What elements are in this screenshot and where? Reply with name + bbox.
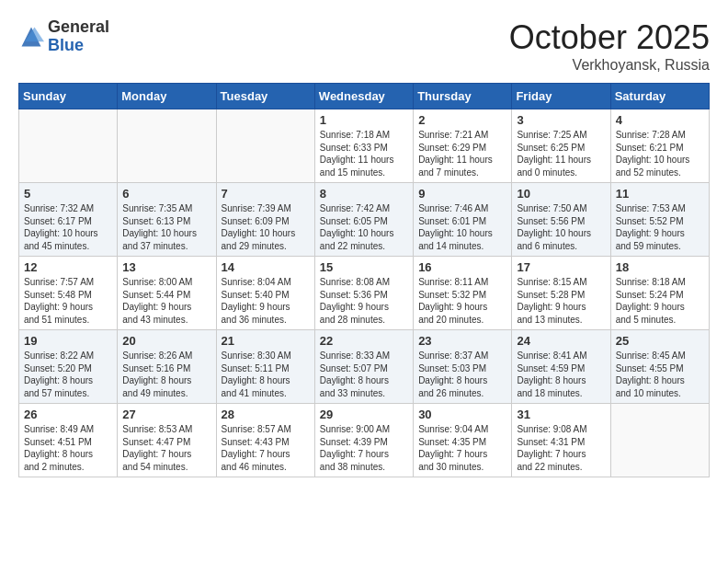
calendar-cell: 1Sunrise: 7:18 AM Sunset: 6:33 PM Daylig… [314, 109, 413, 183]
calendar-cell: 15Sunrise: 8:08 AM Sunset: 5:36 PM Dayli… [314, 257, 413, 330]
day-number: 3 [517, 113, 605, 127]
calendar-cell: 4Sunrise: 7:28 AM Sunset: 6:21 PM Daylig… [610, 109, 709, 183]
day-info: Sunrise: 8:08 AM Sunset: 5:36 PM Dayligh… [320, 276, 408, 326]
logo-text: General Blue [48, 18, 109, 55]
calendar-cell [216, 109, 314, 183]
day-header-thursday: Thursday [414, 84, 512, 109]
day-info: Sunrise: 9:00 AM Sunset: 4:39 PM Dayligh… [320, 423, 408, 473]
calendar-cell: 2Sunrise: 7:21 AM Sunset: 6:29 PM Daylig… [414, 109, 512, 183]
calendar-cell: 28Sunrise: 8:57 AM Sunset: 4:43 PM Dayli… [216, 404, 314, 477]
day-number: 22 [320, 334, 408, 348]
logo-blue: Blue [48, 36, 84, 54]
calendar-cell: 10Sunrise: 7:50 AM Sunset: 5:56 PM Dayli… [512, 183, 610, 257]
day-info: Sunrise: 7:46 AM Sunset: 6:01 PM Dayligh… [418, 202, 506, 252]
calendar-cell: 13Sunrise: 8:00 AM Sunset: 5:44 PM Dayli… [118, 257, 216, 330]
location: Verkhoyansk, Russia [509, 57, 710, 74]
calendar-cell: 17Sunrise: 8:15 AM Sunset: 5:28 PM Dayli… [512, 257, 610, 330]
calendar-cell: 16Sunrise: 8:11 AM Sunset: 5:32 PM Dayli… [414, 257, 512, 330]
day-info: Sunrise: 8:26 AM Sunset: 5:16 PM Dayligh… [122, 350, 210, 399]
calendar-header-row: SundayMondayTuesdayWednesdayThursdayFrid… [19, 84, 710, 109]
calendar-cell [610, 404, 709, 477]
calendar-cell: 9Sunrise: 7:46 AM Sunset: 6:01 PM Daylig… [414, 183, 512, 257]
day-info: Sunrise: 8:53 AM Sunset: 4:47 PM Dayligh… [122, 423, 210, 473]
day-info: Sunrise: 7:42 AM Sunset: 6:05 PM Dayligh… [320, 202, 408, 252]
calendar-week-row: 26Sunrise: 8:49 AM Sunset: 4:51 PM Dayli… [19, 404, 710, 477]
month-title: October 2025 [509, 18, 710, 57]
calendar-cell: 3Sunrise: 7:25 AM Sunset: 6:25 PM Daylig… [512, 109, 610, 183]
day-info: Sunrise: 7:21 AM Sunset: 6:29 PM Dayligh… [418, 129, 506, 178]
day-number: 8 [320, 187, 408, 201]
day-number: 27 [122, 408, 210, 421]
day-number: 26 [24, 408, 112, 421]
day-info: Sunrise: 8:15 AM Sunset: 5:28 PM Dayligh… [517, 276, 605, 326]
day-number: 1 [320, 113, 408, 127]
calendar-cell [19, 109, 118, 183]
calendar-cell: 20Sunrise: 8:26 AM Sunset: 5:16 PM Dayli… [118, 330, 216, 404]
day-number: 31 [517, 408, 605, 421]
calendar-cell: 25Sunrise: 8:45 AM Sunset: 4:55 PM Dayli… [610, 330, 709, 404]
day-info: Sunrise: 7:39 AM Sunset: 6:09 PM Dayligh… [222, 202, 310, 252]
calendar-cell: 5Sunrise: 7:32 AM Sunset: 6:17 PM Daylig… [19, 183, 118, 257]
day-info: Sunrise: 8:57 AM Sunset: 4:43 PM Dayligh… [222, 423, 310, 473]
day-info: Sunrise: 8:41 AM Sunset: 4:59 PM Dayligh… [517, 350, 605, 399]
day-info: Sunrise: 9:08 AM Sunset: 4:31 PM Dayligh… [517, 423, 605, 473]
calendar-week-row: 12Sunrise: 7:57 AM Sunset: 5:48 PM Dayli… [19, 257, 710, 330]
day-header-monday: Monday [118, 84, 216, 109]
calendar-cell: 30Sunrise: 9:04 AM Sunset: 4:35 PM Dayli… [414, 404, 512, 477]
day-number: 29 [320, 408, 408, 421]
day-info: Sunrise: 7:25 AM Sunset: 6:25 PM Dayligh… [517, 129, 605, 178]
calendar-cell: 7Sunrise: 7:39 AM Sunset: 6:09 PM Daylig… [216, 183, 314, 257]
day-number: 20 [122, 334, 210, 348]
calendar-table: SundayMondayTuesdayWednesdayThursdayFrid… [18, 83, 710, 477]
calendar-cell: 29Sunrise: 9:00 AM Sunset: 4:39 PM Dayli… [314, 404, 413, 477]
day-info: Sunrise: 7:53 AM Sunset: 5:52 PM Dayligh… [616, 202, 704, 252]
day-number: 28 [222, 408, 310, 421]
day-number: 2 [418, 113, 506, 127]
day-info: Sunrise: 7:35 AM Sunset: 6:13 PM Dayligh… [122, 202, 210, 252]
day-number: 7 [222, 187, 310, 201]
day-number: 23 [418, 334, 506, 348]
day-header-tuesday: Tuesday [216, 84, 314, 109]
day-info: Sunrise: 8:22 AM Sunset: 5:20 PM Dayligh… [24, 350, 112, 399]
day-number: 21 [222, 334, 310, 348]
day-info: Sunrise: 8:00 AM Sunset: 5:44 PM Dayligh… [122, 276, 210, 326]
page-header: General Blue October 2025 Verkhoyansk, R… [18, 18, 710, 74]
day-info: Sunrise: 8:04 AM Sunset: 5:40 PM Dayligh… [222, 276, 310, 326]
day-number: 14 [222, 260, 310, 274]
calendar-cell: 6Sunrise: 7:35 AM Sunset: 6:13 PM Daylig… [118, 183, 216, 257]
day-number: 9 [418, 187, 506, 201]
day-info: Sunrise: 8:18 AM Sunset: 5:24 PM Dayligh… [616, 276, 704, 326]
day-number: 15 [320, 260, 408, 274]
day-info: Sunrise: 8:49 AM Sunset: 4:51 PM Dayligh… [24, 423, 112, 473]
logo-icon [18, 24, 44, 50]
day-info: Sunrise: 7:18 AM Sunset: 6:33 PM Dayligh… [320, 129, 408, 178]
day-number: 4 [616, 113, 704, 127]
day-number: 5 [24, 187, 112, 201]
calendar-cell: 12Sunrise: 7:57 AM Sunset: 5:48 PM Dayli… [19, 257, 118, 330]
day-number: 24 [517, 334, 605, 348]
day-info: Sunrise: 8:33 AM Sunset: 5:07 PM Dayligh… [320, 350, 408, 399]
day-info: Sunrise: 7:57 AM Sunset: 5:48 PM Dayligh… [24, 276, 112, 326]
day-header-friday: Friday [512, 84, 610, 109]
day-number: 6 [122, 187, 210, 201]
day-number: 19 [24, 334, 112, 348]
day-header-sunday: Sunday [19, 84, 118, 109]
calendar-cell: 11Sunrise: 7:53 AM Sunset: 5:52 PM Dayli… [610, 183, 709, 257]
day-number: 10 [517, 187, 605, 201]
logo-general: General [48, 17, 109, 36]
calendar-cell: 18Sunrise: 8:18 AM Sunset: 5:24 PM Dayli… [610, 257, 709, 330]
calendar-cell: 21Sunrise: 8:30 AM Sunset: 5:11 PM Dayli… [216, 330, 314, 404]
calendar-cell: 27Sunrise: 8:53 AM Sunset: 4:47 PM Dayli… [118, 404, 216, 477]
day-number: 11 [616, 187, 704, 201]
day-number: 17 [517, 260, 605, 274]
day-info: Sunrise: 8:11 AM Sunset: 5:32 PM Dayligh… [418, 276, 506, 326]
calendar-cell: 24Sunrise: 8:41 AM Sunset: 4:59 PM Dayli… [512, 330, 610, 404]
calendar-cell: 19Sunrise: 8:22 AM Sunset: 5:20 PM Dayli… [19, 330, 118, 404]
calendar-cell: 23Sunrise: 8:37 AM Sunset: 5:03 PM Dayli… [414, 330, 512, 404]
calendar-week-row: 5Sunrise: 7:32 AM Sunset: 6:17 PM Daylig… [19, 183, 710, 257]
calendar-cell: 22Sunrise: 8:33 AM Sunset: 5:07 PM Dayli… [314, 330, 413, 404]
day-number: 18 [616, 260, 704, 274]
day-header-saturday: Saturday [610, 84, 709, 109]
day-number: 30 [418, 408, 506, 421]
day-number: 13 [122, 260, 210, 274]
